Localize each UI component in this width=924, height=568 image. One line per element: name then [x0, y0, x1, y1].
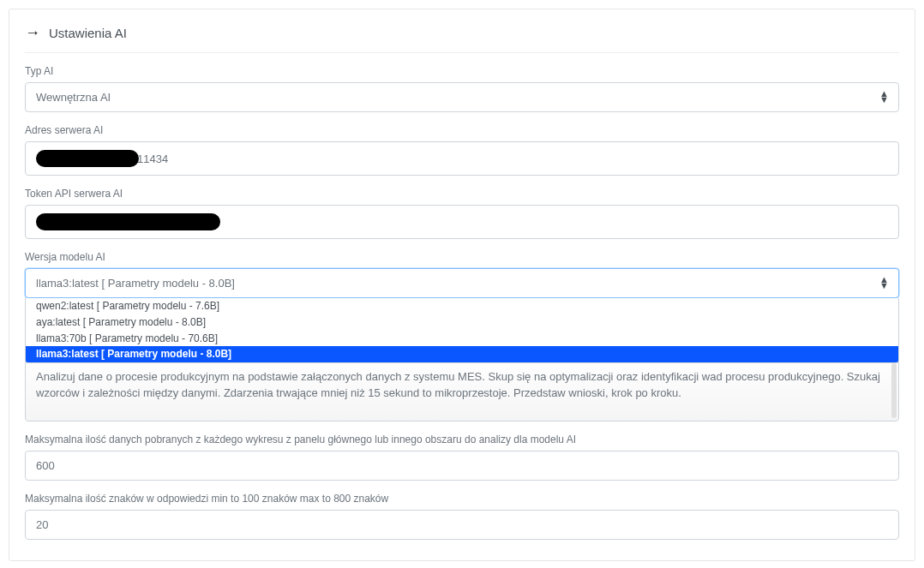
- select-type-ai-wrap: Wewnętrzna AI ▲▼: [25, 82, 899, 112]
- textarea-main-query[interactable]: Analizuj dane o procesie produkcyjnym na…: [25, 360, 899, 422]
- label-api-token: Token API serwera AI: [25, 188, 899, 200]
- field-server-addr: Adres serwera AI 11434: [25, 124, 899, 176]
- select-type-ai[interactable]: Wewnętrzna AI: [25, 82, 899, 112]
- dropdown-item[interactable]: aya:latest [ Parametry modelu - 8.0B]: [26, 314, 898, 331]
- redacted-block: [36, 213, 220, 230]
- label-type-ai: Typ AI: [25, 65, 899, 77]
- scrollbar-indicator: [891, 363, 897, 418]
- field-api-token: Token API serwera AI: [25, 188, 899, 239]
- dropdown-item-selected[interactable]: llama3:latest [ Parametry modelu - 8.0B]: [26, 346, 898, 362]
- redacted-block: [36, 150, 139, 167]
- input-max-data[interactable]: [25, 451, 899, 481]
- panel-header: → Ustawienia AI: [25, 20, 899, 53]
- field-max-chars: Maksymalna ilość znaków w odpowiedzi min…: [25, 493, 899, 540]
- dropdown-item[interactable]: llama3:70b [ Parametry modelu - 70.6B]: [26, 331, 898, 347]
- field-type-ai: Typ AI Wewnętrzna AI ▲▼: [25, 65, 899, 112]
- settings-panel: → Ustawienia AI Typ AI Wewnętrzna AI ▲▼ …: [9, 9, 915, 561]
- input-api-token[interactable]: [25, 205, 899, 239]
- select-model-version-value: llama3:latest [ Parametry modelu - 8.0B]: [36, 277, 235, 290]
- field-model-version: Wersja modelu AI llama3:latest [ Paramet…: [25, 251, 899, 298]
- textarea-main-query-wrap: Analizuj dane o procesie produkcyjnym na…: [25, 360, 899, 422]
- dropdown-model-version: qwen2:latest [ Parametry modelu - 7.6B] …: [25, 298, 899, 363]
- panel-title: Ustawienia AI: [49, 26, 127, 40]
- select-model-version-wrap: llama3:latest [ Parametry modelu - 8.0B]…: [25, 268, 899, 298]
- arrow-right-icon: →: [25, 25, 40, 40]
- select-model-version[interactable]: llama3:latest [ Parametry modelu - 8.0B]: [25, 268, 899, 298]
- select-type-ai-value: Wewnętrzna AI: [36, 91, 111, 104]
- field-max-data: Maksymalna ilość danych pobranych z każd…: [25, 433, 899, 481]
- label-model-version: Wersja modelu AI: [25, 251, 899, 263]
- server-addr-suffix: 11434: [137, 152, 168, 165]
- label-max-chars: Maksymalna ilość znaków w odpowiedzi min…: [25, 493, 899, 505]
- input-max-chars[interactable]: [25, 510, 899, 540]
- input-server-addr[interactable]: 11434: [25, 141, 899, 176]
- label-server-addr: Adres serwera AI: [25, 124, 899, 136]
- dropdown-item[interactable]: qwen2:latest [ Parametry modelu - 7.6B]: [26, 298, 898, 314]
- label-max-data: Maksymalna ilość danych pobranych z każd…: [25, 433, 899, 445]
- main-query-text: Analizuj dane o procesie produkcyjnym na…: [36, 370, 880, 400]
